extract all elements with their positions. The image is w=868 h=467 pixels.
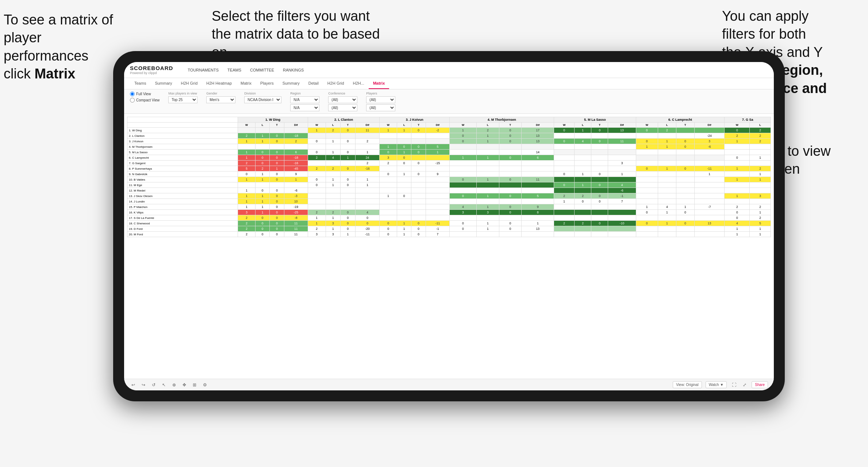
bottom-toolbar: ↩ ↪ ↺ ↖ ⊕ ✥ ⊞ ⚙ View: Original Watch ▼ ⛶…	[124, 379, 774, 390]
col-header-3: 3. J Koivun	[380, 117, 450, 123]
table-row: 1. W Ding 12011 110-2 12017 01013 02 02	[127, 128, 771, 133]
tab-h2h-grid[interactable]: H2H Grid	[176, 78, 202, 89]
nav-tournaments[interactable]: TOURNAMENTS	[188, 68, 219, 72]
screen-icon[interactable]: ⛶	[730, 382, 738, 388]
col-sub-empty	[127, 123, 238, 128]
logo-sub: Powered by clippd	[130, 71, 173, 75]
settings-icon[interactable]: ⚙	[201, 382, 208, 388]
tab-h2h2[interactable]: H2H...	[349, 78, 369, 89]
player-name: 5. M La Sasso	[127, 150, 238, 155]
pan-icon[interactable]: ✥	[181, 382, 188, 388]
matrix-area[interactable]: 1. W Ding 2. L Clanton 3. J Koivun 4. M …	[124, 114, 774, 379]
col-header-7: 7. G Sa	[725, 117, 771, 123]
logo-area: SCOREBOARD Powered by clippd	[130, 65, 173, 75]
filter-gender: Gender Men's	[206, 92, 235, 103]
table-row: 20. M Ford 20011 331-11 0107 11	[127, 232, 771, 237]
division-label: Division	[244, 92, 281, 95]
col-t6: T	[676, 123, 694, 128]
col-header-5: 5. M La Sasso	[554, 117, 636, 123]
col-t1: T	[270, 123, 284, 128]
col-header-6: 6. C Lamprecht	[636, 117, 725, 123]
col-header-4: 4. M Thorbjornsen	[449, 117, 554, 123]
col-dif2: Dif	[355, 123, 380, 128]
col-t2: T	[341, 123, 356, 128]
compact-view-radio[interactable]	[130, 98, 135, 103]
fit-icon[interactable]: ⊞	[191, 382, 198, 388]
col-dif6: Dif	[694, 123, 724, 128]
tab-matrix-active[interactable]: Matrix	[369, 78, 389, 89]
compact-view-label: Compact View	[136, 98, 160, 102]
col-l2: L	[326, 123, 341, 128]
filter-region: Region N/A N/A	[290, 92, 319, 111]
gender-label: Gender	[206, 92, 235, 95]
table-row: 17. S De La Fuente 200-8 1100 02	[127, 215, 771, 221]
tab-summary[interactable]: Summary	[150, 78, 176, 89]
player-name: 9. N Gabrelcik	[127, 171, 238, 177]
view-original-button[interactable]: View: Original	[673, 381, 702, 388]
tab-summary2[interactable]: Summary	[278, 78, 304, 89]
ann-left-line3-pre: click	[4, 66, 34, 81]
player-name: 1. W Ding	[127, 128, 238, 133]
nav-teams[interactable]: TEAMS	[227, 68, 241, 72]
redo-icon[interactable]: ↪	[140, 382, 147, 388]
cursor-icon[interactable]: ↖	[161, 382, 167, 388]
col-l4: L	[476, 123, 499, 128]
zoom-icon[interactable]: ⊕	[171, 382, 177, 388]
conference-select1[interactable]: (All)	[328, 96, 357, 103]
full-view-option[interactable]: Full View	[130, 92, 160, 96]
table-row: 8. P Summerhays 521-45 220-16 010-11 12	[127, 166, 771, 171]
table-row: 16. K Vilips 310-25 2204 3308 010 01	[127, 210, 771, 215]
players-select2[interactable]: (All)	[366, 104, 395, 111]
tab-detail[interactable]: Detail	[304, 78, 323, 89]
table-row: 14. J Lundin 11010 1007	[127, 199, 771, 204]
max-players-select[interactable]: Top 25	[168, 96, 197, 103]
nav-rankings[interactable]: RANKINGS	[283, 68, 304, 72]
table-row: 3. J Koivun 1102 0102 01013 04011 0103 1…	[127, 139, 771, 144]
players-select1[interactable]: (All)	[366, 96, 395, 103]
player-name: 2. L Clanton	[127, 133, 238, 139]
filter-conference: Conference (All) (All)	[328, 92, 357, 111]
col-l6: L	[658, 123, 676, 128]
gender-select[interactable]: Men's	[206, 96, 235, 103]
tab-matrix[interactable]: Matrix	[236, 78, 256, 89]
region-select1[interactable]: N/A	[290, 96, 319, 103]
reset-icon[interactable]: ↺	[150, 382, 157, 388]
watch-button[interactable]: Watch ▼	[706, 381, 727, 388]
view-options: Full View Compact View	[130, 92, 160, 103]
player-name: 10. B Valdes	[127, 177, 238, 182]
col-dif4: Dif	[522, 123, 554, 128]
player-name: 18. C Sherwood	[127, 221, 238, 226]
col-t4: T	[499, 123, 522, 128]
col-l3: L	[397, 123, 411, 128]
table-row: 9. N Gabrelcik 0109 0109 0101 1 1	[127, 171, 771, 177]
region-select2[interactable]: N/A	[290, 104, 319, 111]
filter-division: Division NCAA Division I	[244, 92, 281, 103]
logo-text: SCOREBOARD	[130, 65, 173, 71]
tab-h2h-grid2[interactable]: H2H Grid	[323, 78, 349, 89]
top-navigation: SCOREBOARD Powered by clippd TOURNAMENTS…	[124, 62, 774, 78]
matrix-table: 1. W Ding 2. L Clanton 3. J Koivun 4. M …	[127, 117, 771, 237]
conference-select2[interactable]: (All)	[328, 104, 357, 111]
ann-rt-l2: filters for both	[722, 26, 806, 42]
player-name: 13. J Skov Olesen	[127, 193, 238, 199]
filter-bar: Full View Compact View Max players in vi…	[124, 89, 774, 114]
compact-view-option[interactable]: Compact View	[130, 98, 160, 103]
player-name: 17. S De La Fuente	[127, 215, 238, 221]
tab-teams[interactable]: Teams	[130, 78, 150, 89]
secondary-navigation: Teams Summary H2H Grid H2H Heatmap Matri…	[124, 78, 774, 89]
fullscreen-icon[interactable]: ⤢	[741, 382, 748, 388]
col-t3: T	[411, 123, 426, 128]
player-name: 7. G Sargent	[127, 161, 238, 166]
division-select[interactable]: NCAA Division I	[244, 96, 281, 103]
ann-left-line2: player performances	[4, 30, 88, 63]
nav-committee[interactable]: COMMITTEE	[250, 68, 274, 72]
share-button[interactable]: Share	[752, 381, 768, 388]
ann-left-line1: To see a matrix of	[4, 12, 113, 27]
player-name: 16. K Vilips	[127, 210, 238, 215]
full-view-radio[interactable]	[130, 92, 135, 96]
tab-players[interactable]: Players	[256, 78, 278, 89]
undo-icon[interactable]: ↩	[130, 382, 137, 388]
player-name: 12. M Riedel	[127, 188, 238, 193]
tab-h2h-heatmap[interactable]: H2H Heatmap	[202, 78, 236, 89]
ann-rt-l1: You can apply	[722, 8, 809, 24]
